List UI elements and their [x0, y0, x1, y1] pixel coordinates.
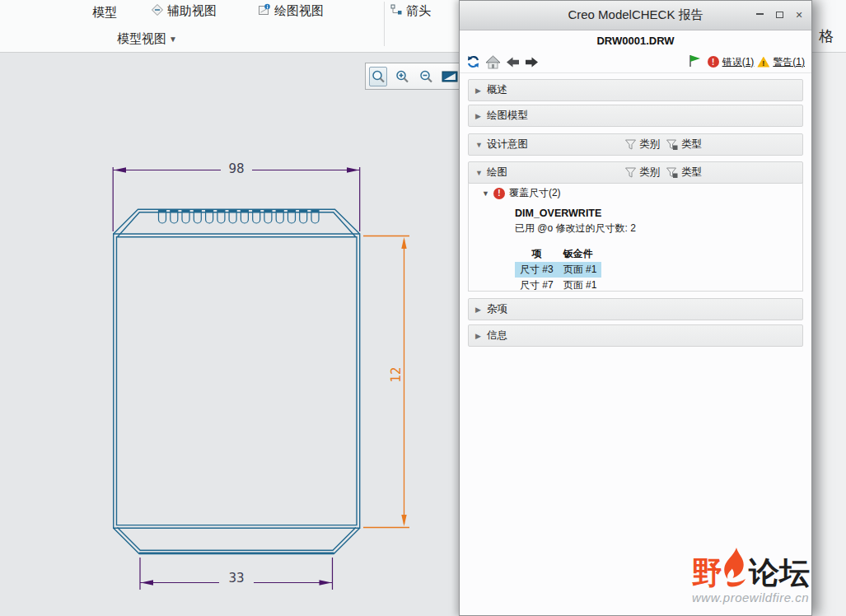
partial-ribbon-tab[interactable]: 格 — [819, 26, 834, 46]
funnel-modified-icon — [666, 167, 678, 178]
table-row[interactable]: 尺寸 #7 页面 #1 — [515, 278, 601, 293]
section-drawing-model[interactable]: ▶ 绘图模型 — [468, 105, 803, 127]
slot-row[interactable] — [158, 209, 320, 223]
filter-type-label: 类型 — [681, 166, 702, 180]
check-description: 已用 @o 修改过的尺寸数: 2 — [515, 222, 802, 236]
warnings-link[interactable]: 警告(1) — [773, 55, 805, 69]
dimension-width-value: 98 — [228, 161, 244, 176]
filter-type-button[interactable]: 类型 — [666, 166, 702, 180]
check-item-label: 覆盖尺寸(2) — [509, 186, 561, 200]
section-overview[interactable]: ▶ 概述 — [468, 79, 803, 101]
check-item-overridden-dims[interactable]: ▼ ! 覆盖尺寸(2) — [482, 186, 802, 200]
close-icon: ✕ — [795, 10, 802, 21]
part-outline[interactable] — [114, 209, 360, 553]
zoom-out-icon — [418, 69, 433, 84]
violation-item[interactable]: 尺寸 #3 — [515, 262, 559, 278]
panel-title: Creo ModelCHECK 报告 — [568, 7, 703, 23]
view-toolbar — [365, 63, 459, 90]
panel-body: ▶ 概述 ▶ 绘图模型 ▼ 设计意图 类别 — [460, 73, 811, 347]
close-button[interactable]: ✕ — [793, 9, 805, 21]
violation-table: 项 钣金件 尺寸 #3 页面 #1 尺寸 #7 页面 #1 — [515, 246, 601, 293]
collapsed-arrow-icon: ▶ — [475, 112, 485, 120]
forward-button[interactable] — [525, 56, 539, 68]
column-header-part: 钣金件 — [559, 246, 602, 262]
violation-item[interactable]: 尺寸 #7 — [515, 278, 559, 293]
section-drawing[interactable]: ▼ 绘图 类别 类型 — [468, 161, 803, 184]
zoom-out-button[interactable] — [417, 67, 435, 86]
section-misc-label: 杂项 — [487, 302, 507, 316]
section-design-intent-label: 设计意图 — [487, 138, 528, 152]
application-window: 模型 辅助视图 绘图视图 箭头 模型视图 ▼ — [0, 0, 846, 616]
warning-icon: ! — [757, 57, 769, 68]
collapsed-arrow-icon: ▶ — [475, 86, 485, 95]
section-info[interactable]: ▶ 信息 — [468, 324, 803, 347]
restore-icon — [776, 12, 783, 18]
violation-page[interactable]: 页面 #1 — [559, 278, 602, 293]
refit-button[interactable] — [441, 67, 459, 86]
forward-arrow-icon — [525, 56, 539, 68]
zoom-in-button[interactable] — [393, 67, 411, 86]
dimension-height-value: 12 — [389, 366, 404, 382]
magnifier-icon — [371, 69, 386, 84]
minimize-icon — [756, 12, 764, 15]
dimension-bottom-value: 33 — [228, 571, 244, 586]
table-row-selected[interactable]: 尺寸 #3 页面 #1 — [515, 262, 601, 278]
errors-link[interactable]: 错误(1) — [722, 55, 755, 69]
modelcheck-panel: Creo ModelCHECK 报告 ✕ DRW0001.DRW — [459, 0, 812, 616]
expanded-arrow-icon: ▼ — [482, 189, 489, 198]
zoom-region-button[interactable] — [369, 67, 387, 86]
error-icon: ! — [493, 188, 505, 199]
collapsed-arrow-icon: ▶ — [475, 332, 485, 340]
filter-category-button[interactable]: 类别 — [625, 166, 660, 180]
minimize-button[interactable] — [754, 9, 765, 21]
ribbon-continuation: 格 — [812, 0, 846, 53]
home-icon — [485, 55, 501, 69]
refresh-icon — [466, 55, 480, 68]
drawing-check-results: ▼ ! 覆盖尺寸(2) DIM_OVERWRITE 已用 @o 修改过的尺寸数:… — [468, 180, 803, 292]
restore-button[interactable] — [774, 9, 785, 21]
funnel-icon — [625, 167, 636, 178]
flag-button[interactable] — [688, 54, 702, 71]
document-name: DRW0001.DRW — [460, 30, 811, 51]
column-header-item: 项 — [515, 246, 559, 262]
dimension-bottom[interactable]: 33 — [140, 558, 333, 590]
filter-type-button[interactable]: 类型 — [666, 138, 702, 152]
background-strip: 格 — [812, 0, 846, 616]
flag-icon — [688, 54, 702, 68]
panel-titlebar[interactable]: Creo ModelCHECK 报告 ✕ — [460, 1, 811, 30]
dimension-height-selected[interactable]: 12 — [363, 236, 409, 528]
filter-type-label: 类型 — [681, 138, 702, 152]
back-arrow-icon — [506, 56, 520, 68]
panel-toolbar: ! 错误(1) ! 警告(1) — [460, 51, 811, 73]
section-overview-label: 概述 — [487, 83, 507, 97]
home-button[interactable] — [485, 55, 501, 69]
refresh-button[interactable] — [466, 55, 480, 68]
expanded-arrow-icon: ▼ — [475, 141, 485, 149]
violation-page[interactable]: 页面 #1 — [559, 262, 602, 278]
section-drawing-model-label: 绘图模型 — [487, 109, 528, 123]
error-icon: ! — [708, 56, 719, 68]
collapsed-arrow-icon: ▶ — [475, 306, 485, 314]
zoom-in-icon — [395, 69, 409, 84]
section-drawing-label: 绘图 — [487, 166, 507, 180]
section-info-label: 信息 — [487, 329, 507, 343]
funnel-modified-icon — [666, 139, 678, 150]
expanded-arrow-icon: ▼ — [475, 169, 485, 177]
back-button[interactable] — [506, 56, 520, 68]
filter-category-label: 类别 — [639, 166, 660, 180]
section-misc[interactable]: ▶ 杂项 — [468, 298, 803, 320]
refit-icon — [442, 69, 458, 84]
filter-category-label: 类别 — [639, 138, 660, 152]
section-design-intent[interactable]: ▼ 设计意图 类别 类型 — [468, 133, 803, 156]
funnel-icon — [625, 139, 636, 150]
filter-category-button[interactable]: 类别 — [625, 138, 660, 152]
check-code: DIM_OVERWRITE — [515, 208, 802, 219]
